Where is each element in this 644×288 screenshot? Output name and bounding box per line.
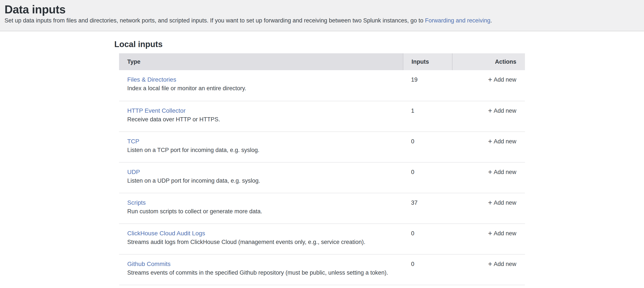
add-new-label: Add new (494, 108, 516, 114)
input-type-description: Streams audit logs from ClickHouse Cloud… (127, 238, 398, 246)
input-type-description: Listen on a UDP port for incoming data, … (127, 177, 398, 184)
input-count: 19 (403, 70, 452, 101)
input-type-description: Listen on a TCP port for incoming data, … (127, 147, 398, 154)
table-row: HTTP Event Collector Receive data over H… (119, 101, 525, 131)
type-cell: HTTP Event Collector Receive data over H… (119, 101, 403, 131)
actions-cell: +Add new (452, 132, 525, 162)
add-new-button[interactable]: +Add new (488, 169, 516, 175)
add-new-button[interactable]: +Add new (488, 199, 516, 206)
actions-cell: +Add new (452, 224, 525, 254)
type-cell: TCP Listen on a TCP port for incoming da… (119, 132, 403, 162)
input-type-link[interactable]: TCP (127, 138, 139, 145)
input-count: 0 (403, 132, 452, 162)
input-type-description: Run custom scripts to collect or generat… (127, 208, 398, 215)
type-cell: ClickHouse Cloud Audit Logs Streams audi… (119, 224, 403, 254)
add-new-button[interactable]: +Add new (488, 261, 516, 267)
table-row: ClickHouse Cloud Audit Logs Streams audi… (119, 223, 525, 254)
input-type-link[interactable]: HTTP Event Collector (127, 107, 186, 114)
add-new-label: Add new (494, 169, 516, 175)
partial-next-row (119, 285, 525, 288)
plus-icon: + (488, 230, 492, 237)
add-new-label: Add new (494, 76, 516, 83)
type-cell: Scripts Run custom scripts to collect or… (119, 193, 403, 223)
local-inputs-heading: Local inputs (114, 31, 644, 49)
input-type-link[interactable]: Scripts (127, 199, 146, 206)
type-cell: Files & Directories Index a local file o… (119, 70, 403, 101)
page-header: Data inputs Set up data inputs from file… (0, 0, 644, 31)
input-type-description: Index a local file or monitor an entire … (127, 85, 398, 92)
add-new-button[interactable]: +Add new (488, 230, 516, 237)
input-type-link[interactable]: ClickHouse Cloud Audit Logs (127, 230, 205, 237)
plus-icon: + (488, 138, 492, 145)
add-new-button[interactable]: +Add new (488, 76, 516, 83)
input-type-description: Receive data over HTTP or HTTPS. (127, 116, 398, 123)
column-header-type[interactable]: Type (119, 53, 403, 70)
table-row: Files & Directories Index a local file o… (119, 70, 525, 101)
actions-cell: +Add new (452, 193, 525, 223)
table-row: Github Commits Streams events of commits… (119, 254, 525, 285)
add-new-button[interactable]: +Add new (488, 108, 516, 114)
subtitle-text: Set up data inputs from files and direct… (4, 17, 425, 24)
input-count: 37 (403, 193, 452, 223)
local-inputs-table: Type Inputs Actions Files & Directories … (119, 53, 525, 288)
subtitle-period: . (490, 17, 492, 24)
forwarding-and-receiving-link[interactable]: Forwarding and receiving (425, 17, 490, 24)
table-row: UDP Listen on a UDP port for incoming da… (119, 162, 525, 193)
input-type-link[interactable]: Github Commits (127, 260, 170, 268)
table-body: Files & Directories Index a local file o… (119, 70, 525, 285)
input-count: 0 (403, 254, 452, 285)
input-count: 1 (403, 101, 452, 131)
column-header-actions: Actions (452, 53, 525, 70)
input-type-link[interactable]: Files & Directories (127, 76, 176, 83)
add-new-label: Add new (494, 138, 516, 145)
actions-cell: +Add new (452, 101, 525, 131)
table-row: TCP Listen on a TCP port for incoming da… (119, 131, 525, 162)
content-area: Local inputs Type Inputs Actions Files &… (0, 31, 644, 288)
actions-cell: +Add new (452, 163, 525, 193)
plus-icon: + (488, 168, 492, 175)
add-new-label: Add new (494, 199, 516, 206)
input-count: 0 (403, 163, 452, 193)
page-title: Data inputs (4, 3, 635, 16)
column-header-inputs: Inputs (403, 53, 452, 70)
plus-icon: + (488, 199, 492, 206)
actions-cell: +Add new (452, 70, 525, 101)
page-subtitle: Set up data inputs from files and direct… (4, 17, 635, 24)
type-cell: UDP Listen on a UDP port for incoming da… (119, 163, 403, 193)
add-new-label: Add new (494, 230, 516, 237)
plus-icon: + (488, 107, 492, 114)
plus-icon: + (488, 260, 492, 267)
add-new-label: Add new (494, 261, 516, 267)
input-count: 0 (403, 224, 452, 254)
input-type-link[interactable]: UDP (127, 168, 140, 176)
add-new-button[interactable]: +Add new (488, 138, 516, 145)
table-row: Scripts Run custom scripts to collect or… (119, 193, 525, 223)
table-header-row: Type Inputs Actions (119, 53, 525, 70)
type-cell: Github Commits Streams events of commits… (119, 254, 403, 285)
plus-icon: + (488, 76, 492, 83)
actions-cell: +Add new (452, 254, 525, 285)
input-type-description: Streams events of commits in the specifi… (127, 269, 398, 276)
